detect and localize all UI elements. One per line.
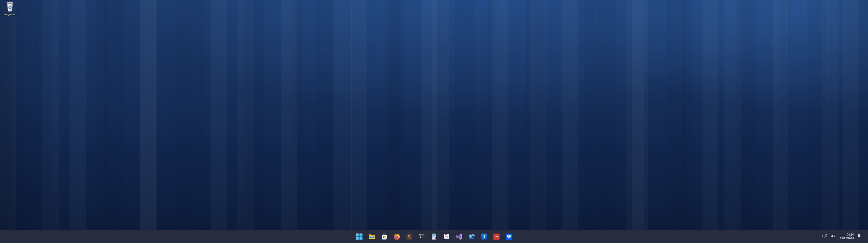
network-status-button[interactable] [822, 234, 828, 240]
joplin-icon: J [480, 233, 488, 240]
calculator-button[interactable] [430, 232, 439, 241]
svg-text:J: J [483, 234, 485, 239]
volume-button[interactable] [830, 234, 836, 239]
file-explorer-icon [368, 233, 375, 240]
calculator-icon [431, 233, 438, 240]
dropbox-button[interactable] [504, 232, 514, 241]
firefox-button[interactable] [392, 232, 401, 241]
desktop-screen: ♻ Recycle Bin [0, 0, 868, 243]
firefox-icon [393, 233, 400, 240]
taskbar-clock[interactable]: 01:30 28/12/2024 [840, 233, 854, 240]
lastpass-button[interactable] [492, 232, 501, 241]
sublime-text-button[interactable]: S [405, 232, 414, 241]
taskbar-app-icons: S [355, 232, 514, 241]
system-tray: 01:30 28/12/2024 [822, 230, 868, 243]
recycle-bin-label: Recycle Bin [4, 13, 16, 16]
ethernet-network-icon [822, 234, 828, 239]
database-cloud-gear-icon [468, 233, 475, 240]
svg-text:♻: ♻ [8, 5, 12, 10]
microsoft-store-icon [381, 233, 388, 240]
desktop-wallpaper [0, 0, 868, 243]
database-tool-button[interactable] [467, 232, 476, 241]
snipping-tool-icon: ✂ [443, 233, 450, 240]
sublime-text-icon: S [406, 233, 413, 240]
recycle-bin-shortcut[interactable]: ♻ Recycle Bin [1, 1, 19, 16]
clock-time: 01:30 [840, 233, 854, 236]
dropbox-icon [505, 233, 513, 240]
recycle-bin-icon: ♻ [5, 1, 15, 13]
joplin-button[interactable]: J [479, 232, 489, 241]
terminal-icon [418, 233, 425, 240]
svg-text:S: S [407, 234, 410, 239]
notification-center-button[interactable] [856, 233, 862, 240]
file-explorer-button[interactable] [367, 232, 376, 241]
notification-bell-icon [857, 234, 861, 239]
microsoft-store-button[interactable] [380, 232, 389, 241]
snipping-tool-button[interactable]: ✂ [442, 232, 451, 241]
lastpass-icon [493, 233, 500, 240]
clock-date: 28/12/2024 [840, 237, 854, 240]
visual-studio-button[interactable] [455, 232, 464, 241]
taskbar: S [0, 230, 868, 243]
windows-start-icon [356, 233, 363, 240]
visual-studio-icon [456, 233, 463, 240]
start-button[interactable] [355, 232, 364, 241]
volume-muted-icon [831, 234, 836, 239]
terminal-button[interactable] [417, 232, 426, 241]
